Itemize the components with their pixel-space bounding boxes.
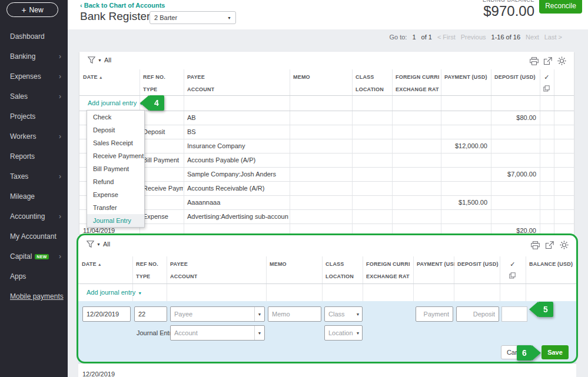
filter-label: All [103,241,110,248]
register-row[interactable]: Expense Advertising:Advertising sub-acco… [79,209,574,223]
cancel-button[interactable]: Cancel [501,345,533,359]
date-input[interactable] [82,306,131,322]
register-row[interactable]: Aaaannaaa $1,500.00 [79,195,574,209]
column-header-foreign-currency: FOREIGN CURRENCY [366,258,410,270]
sort-asc-icon: ▲ [99,75,103,79]
copy-icon[interactable] [543,85,550,92]
sidebar-item-label: My Accountant [10,232,57,241]
previous-page-link[interactable]: Previous [461,34,486,41]
register-row[interactable]: 12/20/2019 [78,367,576,377]
menu-item-receive-payment[interactable]: Receive Payment [87,149,144,162]
column-header-label: DATE [82,261,97,267]
menu-item-refund[interactable]: Refund [87,175,144,188]
register-row[interactable]: Insurance Company $12,000.00 [79,139,574,153]
gridline [78,283,576,284]
account-combobox[interactable]: Account ▼ [170,325,265,341]
column-header-payment: PAYMENT (USD) [417,258,454,270]
chevron-right-icon: › [59,72,61,81]
back-to-chart-of-accounts-link[interactable]: ‹ Back to Chart of Accounts [80,2,165,9]
sidebar-item-projects[interactable]: Projects [0,106,68,126]
first-page-link[interactable]: < First [437,34,456,41]
column-header-deposit: DEPOSIT (USD) [457,258,499,270]
payment-input[interactable] [416,306,453,322]
ref-no-input[interactable] [134,306,167,322]
register-row[interactable]: Deposit BS [79,125,574,139]
memo-input[interactable] [268,306,321,322]
sidebar-item-workers[interactable]: Workers› [0,126,68,146]
new-button-label: New [29,6,44,14]
sidebar-item-label: Sales [10,92,28,101]
save-button[interactable]: Save [542,345,569,359]
location-combobox[interactable]: Location ▼ [324,325,363,341]
goto-label: Go to: [389,34,407,41]
column-header-account: ACCOUNT [170,271,197,282]
sidebar-item-dashboard[interactable]: Dashboard [0,26,68,46]
add-journal-entry-button[interactable]: Add journal entry▼ [87,283,142,301]
payment-cell: $12,000.00 [441,139,491,153]
class-combobox[interactable]: Class ▼ [324,306,363,322]
gridline [363,256,363,301]
back-link-label: Back to Chart of Accounts [84,2,165,9]
date-cell: 12/20/2019 [82,367,135,377]
gridline [266,256,267,301]
register-row[interactable]: Bill Payment Accounts Payable (A/P) [79,153,574,167]
account-selector[interactable]: 2 Barter ▼ [150,11,236,24]
register-row[interactable]: Sample Company:Josh Anders $7,000.00 [79,167,574,181]
sidebar-item-accounting[interactable]: Accounting› [0,206,68,226]
chevron-right-icon: › [59,132,61,141]
new-button[interactable]: + New [6,2,58,17]
last-page-link[interactable]: Last > [544,34,562,41]
menu-item-expense[interactable]: Expense [87,188,144,201]
menu-item-check[interactable]: Check [87,111,144,124]
deposit-input[interactable] [456,306,499,322]
sidebar-item-taxes[interactable]: Taxes› [0,166,68,186]
menu-item-sales-receipt[interactable]: Sales Receipt [87,136,144,149]
account-cell: Advertising:Advertising sub-account [187,209,288,223]
check-cell[interactable] [501,306,527,322]
chevron-right-icon: › [59,172,61,181]
sidebar-item-banking[interactable]: Banking› [0,46,68,66]
sidebar-item-my-accountant[interactable]: My Accountant [0,226,68,246]
menu-item-deposit[interactable]: Deposit [87,124,144,136]
reconcile-button[interactable]: Reconcile [539,0,582,14]
sidebar: + New Dashboard Banking› Expenses› Sales… [0,0,68,377]
gridline [167,256,167,301]
column-header-location: LOCATION [356,84,384,95]
sidebar-item-reports[interactable]: Reports [0,146,68,166]
sidebar-item-label: Dashboard [10,32,45,41]
add-journal-entry-button[interactable]: Add journal entry▼ [88,95,143,111]
sidebar-item-mileage[interactable]: Mileage [0,186,68,206]
print-icon[interactable] [530,57,539,65]
next-page-link[interactable]: Next [526,34,539,41]
gear-icon[interactable] [557,56,566,65]
account-cell: Accounts Payable (A/P) [187,153,288,167]
chevron-down-icon: ▼ [254,307,264,321]
payee-cell: AB [187,111,287,125]
register-row[interactable]: Receive Payment Accounts Receivable (A/R… [79,181,574,195]
location-placeholder: Location [328,329,353,336]
sidebar-item-expenses[interactable]: Expenses› [0,66,68,86]
export-icon[interactable] [543,57,552,65]
sidebar-item-apps[interactable]: Apps [0,266,68,286]
register-row[interactable]: AB $80.00 [79,111,574,125]
payee-combobox[interactable]: Payee ▼ [170,306,265,322]
copy-icon[interactable] [509,272,516,279]
menu-item-bill-payment[interactable]: Bill Payment [87,162,144,175]
account-selector-value: 2 Barter [154,14,177,21]
menu-item-transfer[interactable]: Transfer [87,201,144,214]
sidebar-item-label: Mobile payments [10,292,64,301]
sidebar-item-mobile-payments[interactable]: Mobile payments [0,286,68,306]
sidebar-item-sales[interactable]: Sales› [0,86,68,106]
sidebar-item-capital[interactable]: CapitalNEW› [0,246,68,266]
column-header-date[interactable]: DATE▲ [82,258,102,270]
menu-item-journal-entry[interactable]: Journal Entry [87,214,144,227]
export-icon[interactable] [545,241,554,249]
goto-page-input[interactable]: 1 [412,34,416,41]
filter-button[interactable]: ▼ All [87,241,110,248]
gear-icon[interactable] [560,241,569,249]
filter-button[interactable]: ▼ All [88,56,111,64]
print-icon[interactable] [531,241,540,249]
column-header-location: LOCATION [325,271,354,282]
column-header-date[interactable]: DATE▲ [83,71,103,83]
column-header-exchange-rate: EXCHANGE RATE [366,271,410,282]
